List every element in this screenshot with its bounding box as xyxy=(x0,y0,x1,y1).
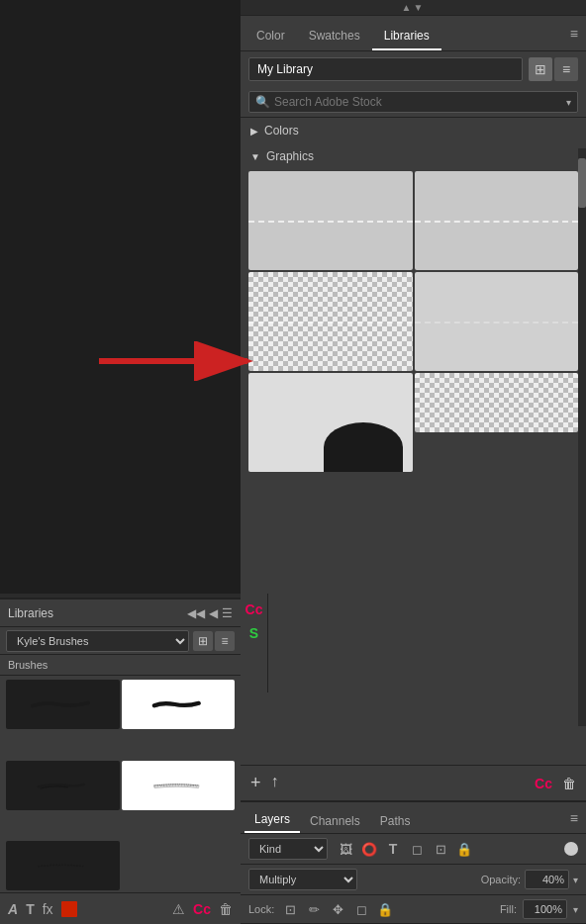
footer-delete-icon[interactable]: 🗑 xyxy=(219,901,233,917)
library-header: My Library ⊞ ≡ xyxy=(241,51,586,87)
lock-row: Lock: ⊡ ✏ ✥ ◻ 🔒 Fill: ▾ xyxy=(241,895,586,924)
bottom-right-icons: Cc 🗑 xyxy=(535,776,576,791)
fill-dropdown-icon[interactable]: ▾ xyxy=(573,904,578,915)
footer-T-icon[interactable]: T xyxy=(26,901,35,917)
delete-icon[interactable]: 🗑 xyxy=(562,776,576,791)
footer-A-icon[interactable]: A xyxy=(8,901,18,917)
brush-item-1[interactable] xyxy=(6,680,120,729)
panel-bottom-toolbar: + ↑ Cc 🗑 xyxy=(241,765,586,800)
colors-arrow-icon: ▶ xyxy=(250,126,258,137)
opacity-input[interactable] xyxy=(525,870,569,889)
filter-lock-icon[interactable]: 🔒 xyxy=(454,839,474,859)
colors-section-label: Colors xyxy=(264,124,299,138)
brushes-grid xyxy=(0,676,241,924)
view-list-button[interactable]: ≡ xyxy=(554,57,578,81)
blend-mode-select[interactable]: Multiply xyxy=(248,869,357,890)
filter-type-icon[interactable]: T xyxy=(383,839,403,859)
dark-shape xyxy=(324,422,403,472)
tab-layers[interactable]: Layers xyxy=(244,807,300,833)
graphic-item-5[interactable] xyxy=(248,373,413,472)
dashed-line-4 xyxy=(415,322,579,323)
fill-input[interactable] xyxy=(523,899,567,919)
graphics-arrow-icon: ▼ xyxy=(250,151,260,162)
view-icons: ⊞ ≡ xyxy=(529,57,578,81)
search-dropdown-icon[interactable]: ▾ xyxy=(566,97,571,108)
upload-icon[interactable]: ↑ xyxy=(271,773,279,793)
search-input-wrapper: 🔍 ▾ xyxy=(248,91,578,113)
bottom-lib-title: Libraries xyxy=(8,606,187,620)
bottom-left-icons: + ↑ xyxy=(250,773,279,793)
brush-list-view-button[interactable]: ≡ xyxy=(215,631,235,651)
layers-tabs-bar: Layers Channels Paths ≡ xyxy=(241,802,586,834)
graphic-item-6[interactable] xyxy=(415,373,579,432)
kind-row: Kind 🖼 ⭕ T ◻ ⊡ 🔒 xyxy=(241,834,586,865)
tab-paths[interactable]: Paths xyxy=(370,809,421,833)
graphic-item-4[interactable] xyxy=(415,272,579,371)
adobe-cc-side-icon[interactable]: Cc xyxy=(245,601,263,617)
graphics-grid xyxy=(241,169,586,480)
tab-swatches[interactable]: Swatches xyxy=(297,23,372,50)
filter-icons: 🖼 ⭕ T ◻ ⊡ 🔒 xyxy=(336,839,474,859)
opacity-dropdown-icon[interactable]: ▾ xyxy=(573,875,578,885)
filter-adjust-icon[interactable]: ⭕ xyxy=(359,839,379,859)
left-canvas-area xyxy=(0,0,241,594)
blend-row: Multiply Opacity: ▾ xyxy=(241,865,586,895)
graphic-item-2[interactable] xyxy=(415,171,579,270)
library-select[interactable]: My Library xyxy=(248,57,523,81)
search-bar: 🔍 ▾ xyxy=(241,87,586,118)
dashed-line-2 xyxy=(415,221,579,223)
right-scrollbar-thumb[interactable] xyxy=(578,158,586,208)
graphics-section-header[interactable]: ▼ Graphics xyxy=(241,143,586,169)
lock-paint-icon[interactable]: ✏ xyxy=(304,899,324,919)
add-icon[interactable]: + xyxy=(250,773,261,793)
collapse-dots: ▲▼ xyxy=(402,2,426,13)
style-icon[interactable]: S xyxy=(249,625,258,641)
lock-artboard-icon[interactable]: ◻ xyxy=(351,899,371,919)
lock-label: Lock: xyxy=(248,903,274,915)
tabs-menu-icon[interactable]: ≡ xyxy=(570,26,578,42)
layers-menu-icon[interactable]: ≡ xyxy=(570,810,578,826)
graphic-item-1[interactable] xyxy=(248,171,413,270)
fill-label: Fill: xyxy=(500,903,517,915)
filter-pixel-icon[interactable]: 🖼 xyxy=(336,839,355,859)
lock-all-icon[interactable]: 🔒 xyxy=(375,899,395,919)
panel-content: ▶ Colors ▼ Graphics xyxy=(241,118,586,765)
brush-view-icons: ⊞ ≡ xyxy=(193,631,235,651)
filter-shape-icon[interactable]: ◻ xyxy=(407,839,427,859)
lib-menu-icon[interactable]: ☰ xyxy=(222,606,233,620)
brush-grid-view-button[interactable]: ⊞ xyxy=(193,631,213,651)
brush-item-3[interactable] xyxy=(6,761,120,810)
arrow-indicator xyxy=(89,336,287,386)
lib-prev-icon[interactable]: ◀ xyxy=(209,606,218,620)
search-input[interactable] xyxy=(274,95,562,109)
brush-item-4[interactable] xyxy=(122,761,236,810)
brush-item-5[interactable] xyxy=(6,841,120,890)
bottom-lib-toolbar: Kyle's Brushes ⊞ ≡ xyxy=(0,627,241,655)
footer-warning-icon[interactable]: ⚠ xyxy=(172,901,185,917)
brush-item-2[interactable] xyxy=(122,680,236,729)
tab-channels[interactable]: Channels xyxy=(300,809,370,833)
footer-red-box[interactable] xyxy=(61,901,77,917)
lock-checkerboard-icon[interactable]: ⊡ xyxy=(280,899,300,919)
tab-color[interactable]: Color xyxy=(244,23,297,50)
dashed-line-1 xyxy=(248,221,413,223)
filter-filled-circle[interactable] xyxy=(564,842,578,856)
view-grid-button[interactable]: ⊞ xyxy=(529,57,552,81)
lock-move-icon[interactable]: ✥ xyxy=(328,899,347,919)
adobe-cc-icon[interactable]: Cc xyxy=(535,776,552,791)
graphics-section-label: Graphics xyxy=(266,149,314,163)
lib-collapse-icon[interactable]: ◀◀ xyxy=(187,606,205,620)
footer-cc-icon[interactable]: Cc xyxy=(193,901,211,917)
brush-library-select[interactable]: Kyle's Brushes xyxy=(6,630,189,652)
footer-fx-icon[interactable]: fx xyxy=(43,901,53,917)
filter-smart-icon[interactable]: ⊡ xyxy=(431,839,450,859)
dashed-line-3 xyxy=(248,322,413,323)
right-scrollbar[interactable] xyxy=(578,148,586,726)
bottom-lib-header-icons: ◀◀ ◀ ☰ xyxy=(187,606,233,620)
footer-right-icons: ⚠ Cc 🗑 xyxy=(172,901,233,917)
kind-select[interactable]: Kind xyxy=(248,838,328,860)
colors-section-header[interactable]: ▶ Colors xyxy=(241,118,586,143)
tab-libraries[interactable]: Libraries xyxy=(372,23,441,50)
collapse-bar[interactable]: ▲▼ xyxy=(241,0,586,16)
tabs-bar: Color Swatches Libraries ≡ xyxy=(241,16,586,51)
